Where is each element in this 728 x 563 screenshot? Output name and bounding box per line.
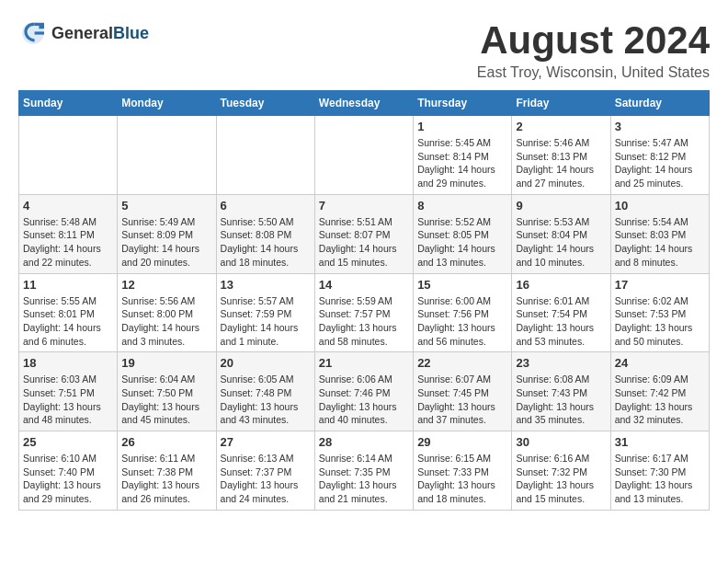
day-number: 4: [23, 199, 113, 213]
day-info: Sunrise: 5:51 AM Sunset: 8:07 PM Dayligh…: [319, 215, 409, 270]
calendar-cell: 21Sunrise: 6:06 AM Sunset: 7:46 PM Dayli…: [314, 352, 413, 431]
day-info: Sunrise: 6:10 AM Sunset: 7:40 PM Dayligh…: [23, 452, 113, 506]
calendar-subtitle: East Troy, Wisconsin, United States: [477, 64, 710, 81]
day-number: 22: [417, 356, 507, 370]
calendar-cell: 25Sunrise: 6:10 AM Sunset: 7:40 PM Dayli…: [19, 431, 118, 511]
day-info: Sunrise: 5:48 AM Sunset: 8:11 PM Dayligh…: [23, 215, 113, 270]
calendar-cell: 3Sunrise: 5:47 AM Sunset: 8:12 PM Daylig…: [610, 116, 709, 195]
logo: General Blue: [18, 18, 149, 48]
day-header-monday: Monday: [118, 91, 216, 116]
calendar-cell: 14Sunrise: 5:59 AM Sunset: 7:57 PM Dayli…: [314, 273, 413, 352]
calendar-cell: 27Sunrise: 6:13 AM Sunset: 7:37 PM Dayli…: [216, 431, 314, 511]
day-number: 7: [319, 199, 409, 213]
day-number: 17: [615, 278, 705, 292]
day-number: 24: [615, 356, 705, 370]
day-info: Sunrise: 5:53 AM Sunset: 8:04 PM Dayligh…: [516, 215, 606, 270]
day-number: 14: [319, 278, 409, 292]
calendar-cell: 6Sunrise: 5:50 AM Sunset: 8:08 PM Daylig…: [216, 194, 314, 273]
day-header-saturday: Saturday: [610, 91, 709, 116]
day-info: Sunrise: 5:46 AM Sunset: 8:13 PM Dayligh…: [516, 136, 606, 190]
calendar-cell: 5Sunrise: 5:49 AM Sunset: 8:09 PM Daylig…: [118, 194, 216, 273]
day-number: 27: [221, 435, 311, 449]
calendar-cell: 18Sunrise: 6:03 AM Sunset: 7:51 PM Dayli…: [19, 352, 118, 431]
day-info: Sunrise: 6:08 AM Sunset: 7:43 PM Dayligh…: [516, 373, 606, 427]
calendar-cell: 29Sunrise: 6:15 AM Sunset: 7:33 PM Dayli…: [414, 431, 512, 511]
day-info: Sunrise: 5:59 AM Sunset: 7:57 PM Dayligh…: [319, 294, 409, 349]
day-info: Sunrise: 6:09 AM Sunset: 7:42 PM Dayligh…: [615, 373, 705, 427]
day-info: Sunrise: 6:00 AM Sunset: 7:56 PM Dayligh…: [417, 294, 507, 349]
week-row-5: 25Sunrise: 6:10 AM Sunset: 7:40 PM Dayli…: [19, 431, 710, 511]
day-info: Sunrise: 5:54 AM Sunset: 8:03 PM Dayligh…: [615, 215, 705, 270]
day-header-sunday: Sunday: [19, 91, 118, 116]
day-number: 11: [23, 278, 113, 292]
logo-icon: [18, 18, 48, 48]
calendar-cell: 24Sunrise: 6:09 AM Sunset: 7:42 PM Dayli…: [610, 352, 709, 431]
day-info: Sunrise: 6:07 AM Sunset: 7:45 PM Dayligh…: [417, 373, 507, 427]
week-row-3: 11Sunrise: 5:55 AM Sunset: 8:01 PM Dayli…: [19, 273, 710, 352]
day-info: Sunrise: 6:02 AM Sunset: 7:53 PM Dayligh…: [615, 294, 705, 349]
day-number: 3: [615, 120, 705, 133]
calendar-cell: 11Sunrise: 5:55 AM Sunset: 8:01 PM Dayli…: [19, 273, 118, 352]
page-header: General Blue August 2024 East Troy, Wisc…: [18, 18, 710, 81]
day-number: 15: [417, 278, 507, 292]
calendar-cell: 4Sunrise: 5:48 AM Sunset: 8:11 PM Daylig…: [19, 194, 118, 273]
day-info: Sunrise: 5:49 AM Sunset: 8:09 PM Dayligh…: [121, 215, 211, 270]
day-number: 2: [516, 120, 606, 133]
calendar-cell: [19, 116, 118, 195]
calendar-cell: 20Sunrise: 6:05 AM Sunset: 7:48 PM Dayli…: [216, 352, 314, 431]
day-info: Sunrise: 5:55 AM Sunset: 8:01 PM Dayligh…: [23, 294, 113, 349]
day-info: Sunrise: 5:50 AM Sunset: 8:08 PM Dayligh…: [221, 215, 311, 270]
logo-text-blue: Blue: [113, 24, 149, 43]
calendar-cell: 30Sunrise: 6:16 AM Sunset: 7:32 PM Dayli…: [512, 431, 610, 511]
calendar-cell: 12Sunrise: 5:56 AM Sunset: 8:00 PM Dayli…: [118, 273, 216, 352]
day-info: Sunrise: 6:04 AM Sunset: 7:50 PM Dayligh…: [121, 373, 211, 427]
day-number: 30: [516, 435, 606, 449]
day-header-thursday: Thursday: [414, 91, 512, 116]
day-info: Sunrise: 6:06 AM Sunset: 7:46 PM Dayligh…: [319, 373, 409, 427]
day-number: 8: [417, 199, 507, 213]
calendar-cell: 17Sunrise: 6:02 AM Sunset: 7:53 PM Dayli…: [610, 273, 709, 352]
day-info: Sunrise: 6:16 AM Sunset: 7:32 PM Dayligh…: [516, 452, 606, 506]
days-header-row: SundayMondayTuesdayWednesdayThursdayFrid…: [19, 91, 710, 116]
calendar-cell: 19Sunrise: 6:04 AM Sunset: 7:50 PM Dayli…: [118, 352, 216, 431]
day-number: 20: [221, 356, 311, 370]
day-info: Sunrise: 6:05 AM Sunset: 7:48 PM Dayligh…: [221, 373, 311, 427]
day-info: Sunrise: 6:01 AM Sunset: 7:54 PM Dayligh…: [516, 294, 606, 349]
day-number: 12: [121, 278, 211, 292]
day-number: 26: [121, 435, 211, 449]
calendar-cell: 23Sunrise: 6:08 AM Sunset: 7:43 PM Dayli…: [512, 352, 610, 431]
calendar-cell: 10Sunrise: 5:54 AM Sunset: 8:03 PM Dayli…: [610, 194, 709, 273]
day-number: 28: [319, 435, 409, 449]
calendar-cell: 28Sunrise: 6:14 AM Sunset: 7:35 PM Dayli…: [314, 431, 413, 511]
day-info: Sunrise: 5:45 AM Sunset: 8:14 PM Dayligh…: [417, 136, 507, 190]
day-number: 29: [417, 435, 507, 449]
day-info: Sunrise: 5:56 AM Sunset: 8:00 PM Dayligh…: [121, 294, 211, 349]
week-row-4: 18Sunrise: 6:03 AM Sunset: 7:51 PM Dayli…: [19, 352, 710, 431]
day-number: 19: [121, 356, 211, 370]
calendar-cell: 8Sunrise: 5:52 AM Sunset: 8:05 PM Daylig…: [414, 194, 512, 273]
day-info: Sunrise: 6:03 AM Sunset: 7:51 PM Dayligh…: [23, 373, 113, 427]
day-number: 25: [23, 435, 113, 449]
day-info: Sunrise: 6:17 AM Sunset: 7:30 PM Dayligh…: [615, 452, 705, 506]
day-info: Sunrise: 5:52 AM Sunset: 8:05 PM Dayligh…: [417, 215, 507, 270]
day-number: 5: [121, 199, 211, 213]
calendar-cell: 7Sunrise: 5:51 AM Sunset: 8:07 PM Daylig…: [314, 194, 413, 273]
day-number: 31: [615, 435, 705, 449]
day-header-friday: Friday: [512, 91, 610, 116]
day-number: 6: [221, 199, 311, 213]
calendar-cell: 9Sunrise: 5:53 AM Sunset: 8:04 PM Daylig…: [512, 194, 610, 273]
day-number: 21: [319, 356, 409, 370]
day-number: 9: [516, 199, 606, 213]
calendar-cell: 31Sunrise: 6:17 AM Sunset: 7:30 PM Dayli…: [610, 431, 709, 511]
calendar-table: SundayMondayTuesdayWednesdayThursdayFrid…: [18, 90, 710, 511]
calendar-cell: 2Sunrise: 5:46 AM Sunset: 8:13 PM Daylig…: [512, 116, 610, 195]
day-header-wednesday: Wednesday: [314, 91, 413, 116]
day-number: 13: [221, 278, 311, 292]
calendar-cell: [118, 116, 216, 195]
week-row-2: 4Sunrise: 5:48 AM Sunset: 8:11 PM Daylig…: [19, 194, 710, 273]
day-number: 1: [417, 120, 507, 133]
calendar-title: August 2024: [477, 18, 710, 63]
day-info: Sunrise: 5:57 AM Sunset: 7:59 PM Dayligh…: [221, 294, 311, 349]
day-info: Sunrise: 6:14 AM Sunset: 7:35 PM Dayligh…: [319, 452, 409, 506]
week-row-1: 1Sunrise: 5:45 AM Sunset: 8:14 PM Daylig…: [19, 116, 710, 195]
